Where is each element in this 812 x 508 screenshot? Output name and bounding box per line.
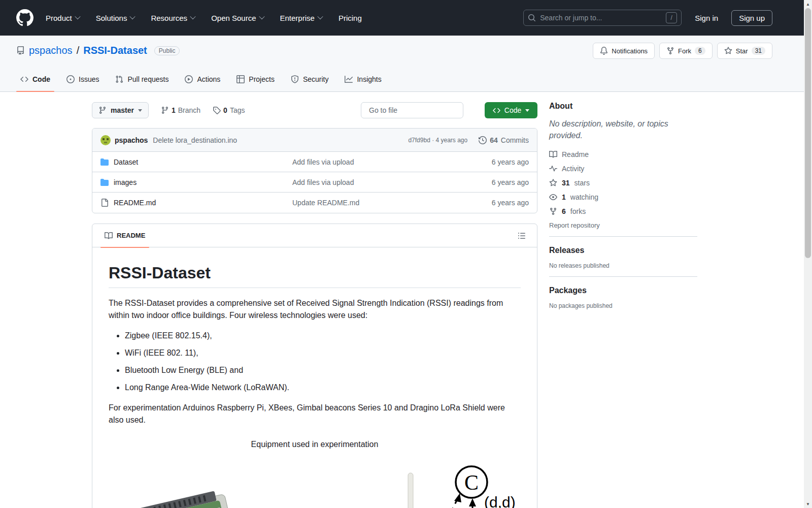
tab-actions[interactable]: Actions [177, 67, 228, 91]
tab-label: Actions [197, 75, 220, 83]
commit-message-link[interactable]: Delete lora_destination.ino [153, 136, 237, 144]
nav-item-resources[interactable]: Resources [151, 14, 195, 22]
go-to-file-box[interactable] [361, 102, 463, 118]
stars-link[interactable]: 31 stars [549, 179, 697, 187]
readme-panel: README RSSI-Dataset The RSSI-Dataset pro… [92, 224, 537, 508]
go-to-file-input[interactable] [369, 106, 461, 114]
tags-count: 0 [223, 106, 227, 114]
scroll-down-arrow[interactable]: ▼ [804, 500, 812, 507]
tab-insights[interactable]: Insights [336, 67, 389, 91]
forks-link[interactable]: 6 forks [549, 207, 697, 215]
folder-icon [100, 178, 109, 186]
book-icon [549, 150, 557, 158]
graph-icon [345, 75, 353, 83]
star-button[interactable]: Star 31 [717, 43, 772, 59]
github-logo-icon[interactable] [16, 9, 33, 26]
caret-down-icon [525, 109, 529, 112]
commit-author-link[interactable]: pspachos [115, 136, 148, 144]
outline-button[interactable] [515, 229, 529, 243]
commit-meta: d7fd9bd · 4 years ago 64 Commits [408, 136, 529, 144]
readme-link[interactable]: Readme [549, 150, 697, 158]
releases-empty-text: No releases published [549, 262, 697, 269]
code-download-button[interactable]: Code [485, 102, 537, 118]
code-button-label: Code [504, 106, 521, 114]
repo-name-link[interactable]: RSSI-Dataset [83, 45, 147, 56]
issue-icon [66, 75, 75, 83]
nav-item-open-source[interactable]: Open Source [211, 14, 263, 22]
nav-item-pricing[interactable]: Pricing [339, 14, 362, 22]
tags-label: Tags [230, 106, 245, 114]
file-name-link[interactable]: Dataset [114, 158, 235, 166]
diagram-node-c: C [464, 471, 479, 494]
fork-icon [666, 47, 674, 55]
book-icon [105, 232, 113, 240]
list-unordered-icon [518, 232, 526, 240]
sign-up-button[interactable]: Sign up [731, 10, 772, 26]
list-item: Zigbee (IEEE 802.15.4), [125, 330, 521, 342]
fork-button[interactable]: Fork 6 [659, 43, 713, 59]
commit-sha-time[interactable]: d7fd9bd · 4 years ago [408, 137, 467, 144]
readme-paragraph: For experimentation Arduinos Raspberry P… [109, 402, 521, 426]
notifications-button[interactable]: Notifications [593, 43, 655, 59]
file-commit-date: 6 years ago [492, 158, 529, 166]
tags-link[interactable]: 0 Tags [213, 106, 245, 114]
commit-count: 64 [490, 136, 498, 144]
tab-label: Issues [79, 75, 99, 83]
fork-label: Fork [678, 47, 691, 55]
watching-link[interactable]: 1 watching [549, 193, 697, 201]
file-commit-message[interactable]: Add files via upload [235, 178, 492, 186]
report-repository-link[interactable]: Report repository [549, 221, 697, 229]
list-item: WiFi (IEEE 802. 11), [125, 347, 521, 359]
table-icon [236, 75, 245, 83]
nav-item-product[interactable]: Product [46, 14, 80, 22]
repo-header: pspachos / RSSI-Dataset Public Notificat… [0, 36, 804, 92]
readme-tab[interactable]: README [100, 224, 149, 247]
slash-shortcut-key: / [666, 12, 677, 23]
star-icon [549, 179, 557, 187]
table-row: Dataset Add files via upload 6 years ago [92, 152, 537, 172]
nav-item-solutions[interactable]: Solutions [96, 14, 135, 22]
divider [549, 276, 697, 277]
tab-security[interactable]: Security [283, 67, 337, 91]
about-links: Readme Activity 31 stars 1 watching 6 fo… [549, 150, 697, 215]
activity-link[interactable]: Activity [549, 165, 697, 173]
file-browser: pspachos Delete lora_destination.ino d7f… [92, 128, 537, 213]
search-input[interactable] [540, 14, 662, 22]
branch-icon [98, 106, 107, 114]
breadcrumb: pspachos / RSSI-Dataset Public [16, 45, 180, 56]
tab-issues[interactable]: Issues [58, 67, 107, 91]
avatar[interactable] [100, 135, 111, 145]
sign-in-link[interactable]: Sign in [695, 14, 718, 22]
link-label: Activity [562, 165, 584, 173]
file-name-link[interactable]: README.md [114, 199, 235, 207]
file-commit-date: 6 years ago [492, 178, 529, 186]
tab-projects[interactable]: Projects [228, 67, 283, 91]
global-search[interactable]: / [523, 10, 682, 26]
tab-pull-requests[interactable]: Pull requests [107, 67, 177, 91]
chevron-down-icon [75, 13, 80, 19]
repo-owner-link[interactable]: pspachos [29, 45, 73, 56]
page-scrollbar[interactable]: ▲ ▼ [804, 0, 812, 508]
file-commit-message[interactable]: Update README.md [235, 199, 492, 207]
shield-icon [291, 75, 299, 83]
scrollbar-thumb[interactable] [805, 8, 811, 258]
file-commit-message[interactable]: Add files via upload [235, 158, 492, 166]
file-icon [100, 199, 109, 207]
technology-list: Zigbee (IEEE 802.15.4), WiFi (IEEE 802. … [109, 330, 521, 394]
tab-code[interactable]: Code [12, 67, 58, 91]
nav-item-enterprise[interactable]: Enterprise [280, 14, 322, 22]
repo-icon [16, 46, 25, 55]
scroll-up-arrow[interactable]: ▲ [804, 1, 812, 8]
file-name-link[interactable]: images [114, 178, 235, 186]
search-icon [528, 14, 536, 22]
nav-label: Solutions [96, 14, 127, 22]
branch-selector[interactable]: master [92, 102, 149, 118]
nav-label: Pricing [339, 14, 362, 22]
commit-history-link[interactable]: 64 Commits [479, 136, 529, 144]
nav-label: Product [46, 14, 72, 22]
branches-link[interactable]: 1 Branch [161, 106, 200, 114]
eye-icon [549, 193, 557, 201]
repo-description: No description, website, or topics provi… [549, 118, 697, 141]
repo-action-buttons: Notifications Fork 6 Star 31 [593, 43, 772, 59]
table-row: images Add files via upload 6 years ago [92, 172, 537, 193]
